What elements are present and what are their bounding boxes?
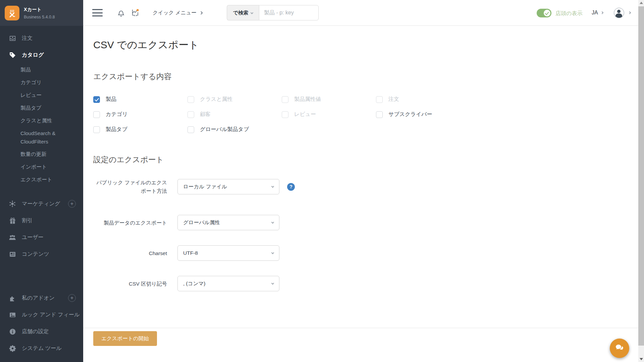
language-code: JA — [592, 10, 598, 16]
checkbox-icon[interactable] — [187, 111, 194, 118]
sidebar-nav: 注文 カタログ 製品 カテゴリ レビュー 製品タブ クラスと属性 CloudSe… — [0, 26, 83, 357]
notifications-bell-icon[interactable] — [116, 8, 126, 17]
vertical-scrollbar[interactable] — [638, 0, 644, 362]
export-checkbox-categories[interactable]: カテゴリ — [93, 107, 187, 122]
public-files-select[interactable]: ローカル ファイル — [177, 179, 279, 194]
export-checkbox-classes-attributes[interactable]: クラスと属性 — [187, 92, 282, 107]
export-settings-form: パブリック ファイルのエクスポート方法 ローカル ファイル ? 製品データのエク… — [93, 178, 638, 291]
scrollbar-thumb[interactable] — [638, 6, 644, 346]
sidebar-item-content[interactable]: コンテンツ — [0, 246, 83, 262]
sidebar-item-label: ルック アンド フィール — [22, 311, 79, 318]
delimiter-select[interactable]: , (コンマ) — [177, 276, 279, 291]
chevron-right-icon — [600, 11, 603, 14]
export-content-section-title: エクスポートする内容 — [93, 71, 638, 82]
export-checkbox-reviews[interactable]: レビュー — [282, 107, 376, 122]
export-checkbox-attribute-values[interactable]: 製品属性値 — [282, 92, 376, 107]
app-title: Xカート — [24, 7, 55, 13]
quick-menu-button[interactable]: クイック メニュー — [153, 9, 202, 16]
checkbox-icon[interactable] — [282, 96, 288, 103]
marketing-hub-icon — [9, 200, 16, 207]
sidebar-item-export[interactable]: エクスポート — [0, 173, 83, 186]
sidebar-item-import[interactable]: インポート — [0, 161, 83, 173]
sidebar-item-store-setup[interactable]: 店舗の設定 — [0, 323, 83, 340]
sidebar-item-label: ユーザー — [22, 234, 44, 241]
sidebar-item-label: マーケティング — [22, 200, 60, 207]
info-icon — [9, 328, 16, 335]
sidebar-item-label: 私のアドオン — [22, 295, 55, 302]
gift-icon — [9, 217, 16, 224]
storefront-link[interactable]: 店頭の表示 — [555, 10, 582, 17]
export-checkbox-products[interactable]: 製品 — [93, 92, 187, 107]
app-version: Business 5.4.0.8 — [24, 15, 55, 19]
checkbox-icon[interactable] — [376, 111, 383, 118]
sidebar-item-quantity-update[interactable]: 数量の更新 — [0, 148, 83, 161]
sidebar-item-products[interactable]: 製品 — [0, 63, 83, 76]
export-checkbox-customers[interactable]: 顧客 — [187, 107, 282, 122]
sidebar-item-product-tabs[interactable]: 製品タブ — [0, 102, 83, 114]
checkbox-icon[interactable] — [187, 96, 194, 103]
product-data-value: グローバル属性 — [183, 219, 220, 226]
checkbox-icon[interactable] — [93, 111, 100, 118]
checkbox-icon[interactable] — [93, 126, 100, 133]
scroll-down-arrow-icon[interactable] — [640, 358, 643, 360]
chevron-down-icon — [271, 185, 274, 188]
add-marketing-icon[interactable]: + — [68, 200, 76, 208]
charset-select[interactable]: UTF-8 — [177, 245, 279, 261]
chevron-right-icon — [199, 11, 203, 15]
product-data-select[interactable]: グローバル属性 — [177, 215, 279, 230]
sidebar-item-label: 割引 — [22, 217, 33, 224]
sidebar-item-marketing[interactable]: マーケティング + — [0, 195, 83, 212]
export-settings-section-title: 設定のエクスポート — [93, 155, 638, 165]
sidebar-item-categories[interactable]: カテゴリ — [0, 76, 83, 89]
charset-label: Charset — [93, 249, 167, 257]
sidebar-item-my-addons[interactable]: 私のアドオン + — [0, 290, 83, 306]
checkbox-icon[interactable] — [376, 96, 383, 103]
main-content: CSV でのエクスポート エクスポートする内容 製品 クラスと属性 製品属性値 … — [83, 26, 638, 362]
sidebar-item-users[interactable]: ユーザー — [0, 229, 83, 246]
whats-new-icon[interactable] — [130, 8, 140, 17]
hamburger-menu-icon[interactable] — [92, 9, 103, 16]
delimiter-value: , (コンマ) — [183, 280, 206, 287]
form-row-charset: Charset UTF-8 — [93, 245, 638, 261]
user-avatar[interactable] — [614, 8, 624, 18]
sidebar-item-catalog[interactable]: カタログ — [0, 47, 83, 63]
sidebar-item-cloudsearch[interactable]: CloudSearch & CloudFilters — [0, 127, 83, 148]
export-checkbox-orders[interactable]: 注文 — [376, 92, 470, 107]
start-export-button[interactable]: エクスポートの開始 — [93, 331, 157, 346]
language-selector[interactable]: JA — [592, 10, 603, 16]
form-row-product-data: 製品データのエクスポート グローバル属性 — [93, 215, 638, 230]
chevron-down-icon — [271, 282, 274, 285]
sidebar-item-label: カタログ — [22, 52, 44, 59]
sidebar-item-orders[interactable]: 注文 — [0, 30, 83, 47]
search-input[interactable] — [259, 5, 319, 20]
live-chat-button[interactable] — [610, 339, 629, 358]
help-icon[interactable]: ? — [287, 183, 295, 191]
logo-block[interactable]: Xカート Business 5.4.0.8 — [0, 0, 83, 26]
checkbox-icon[interactable] — [187, 126, 194, 133]
storefront-toggle[interactable] — [537, 9, 551, 17]
form-row-delimiter: CSV 区切り記号 , (コンマ) — [93, 276, 638, 291]
search-scope-dropdown[interactable]: で検索 — [227, 5, 259, 20]
search-box: で検索 — [227, 5, 319, 20]
add-addons-icon[interactable]: + — [68, 294, 76, 302]
export-checkbox-subscribers[interactable]: サブスクライバー — [376, 107, 470, 122]
chevron-down-icon — [271, 251, 274, 254]
sidebar-item-look-feel[interactable]: ルック アンド フィール — [0, 306, 83, 323]
chat-bubbles-icon — [614, 342, 625, 354]
checkbox-checked-icon[interactable] — [93, 96, 100, 103]
scroll-up-arrow-icon[interactable] — [640, 2, 643, 4]
avatar-person-icon — [617, 10, 621, 13]
sidebar-item-discounts[interactable]: 割引 — [0, 212, 83, 229]
form-row-public-files: パブリック ファイルのエクスポート方法 ローカル ファイル ? — [93, 178, 638, 195]
product-data-label: 製品データのエクスポート — [93, 219, 167, 227]
export-checkbox-product-tabs[interactable]: 製品タブ — [93, 122, 187, 137]
chevron-down-icon — [271, 221, 274, 224]
sidebar-item-reviews[interactable]: レビュー — [0, 89, 83, 102]
export-checkbox-global-product-tabs[interactable]: グローバル製品タブ — [187, 122, 282, 137]
sidebar-item-classes-attributes[interactable]: クラスと属性 — [0, 114, 83, 127]
sidebar-item-label: コンテンツ — [22, 251, 49, 258]
checkbox-icon[interactable] — [282, 111, 288, 118]
sidebar-item-system-tools[interactable]: システム ツール — [0, 340, 83, 357]
account-chevron-icon[interactable] — [628, 11, 631, 14]
sidebar: Xカート Business 5.4.0.8 注文 カタログ 製品 カ — [0, 0, 83, 362]
